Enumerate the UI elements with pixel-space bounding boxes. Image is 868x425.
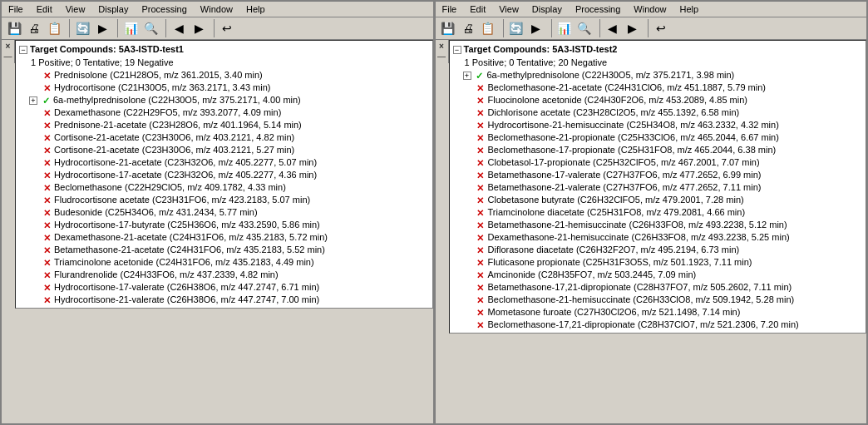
tool-copy-1[interactable]: 📋 [45, 19, 63, 37]
list-item[interactable]: ✕Fluocinolone acetonide (C24H30F2O6, m/z… [451, 94, 865, 106]
list-item[interactable]: +✓6a-methylprednisolone (C22H30O5, m/z 3… [451, 69, 865, 82]
side-minimize-2[interactable]: — [437, 52, 446, 62]
menu-window-1[interactable]: Window [197, 3, 236, 15]
list-item[interactable]: ✕Betamethasone-21-valerate (C27H37FO6, m… [451, 181, 865, 194]
list-item[interactable]: ✕Betamethasone-21-hemisuccinate (C26H33F… [451, 219, 865, 231]
list-item[interactable]: ✕Budesonide (C25H34O6, m/z 431.2434, 5.7… [17, 206, 431, 219]
list-item[interactable]: ✕Beclomethasone-17,21-dipropionate (C28H… [451, 319, 865, 331]
list-item[interactable]: ✕Hydrocortisone (C21H30O5, m/z 363.2171,… [17, 82, 431, 94]
menu-edit-1[interactable]: Edit [33, 3, 56, 15]
tool-refresh-2[interactable]: 🔄 [507, 19, 525, 37]
list-item[interactable]: ✕Fluticasone propionate (C25H31F3O5S, m/… [451, 256, 865, 269]
tree-summary-1: 1 Positive; 0 Tentative; 19 Negative [17, 57, 431, 69]
tool-zoom-2[interactable]: 🔍 [575, 19, 594, 37]
menu-view-2[interactable]: View [496, 3, 522, 15]
menu-processing-2[interactable]: Processing [572, 3, 624, 15]
x-icon: ✕ [475, 195, 486, 206]
tool-print-2[interactable]: 🖨 [459, 19, 477, 37]
list-item[interactable]: ✕Diflorasone diacetate (C26H32F2O7, m/z … [451, 244, 865, 256]
tool-chart-1[interactable]: 📊 [121, 19, 140, 37]
tool-copy-2[interactable]: 📋 [479, 19, 497, 37]
tool-arrow-1[interactable]: ▶ [93, 19, 111, 37]
list-item[interactable]: ✕Cortisone-21-acetate (C23H30O6, m/z 403… [17, 144, 431, 156]
toolbar-sep-1a [67, 19, 70, 37]
menu-processing-1[interactable]: Processing [138, 3, 190, 15]
list-item[interactable]: ✕Hydrocortisone-21-valerate (C26H38O6, m… [17, 294, 431, 306]
x-icon: ✕ [475, 107, 486, 119]
x-icon: ✕ [41, 107, 52, 119]
x-icon: ✕ [475, 132, 486, 144]
list-item[interactable]: ✕Hydrocortisone-21-hemisuccinate (C25H34… [451, 119, 865, 131]
list-item[interactable]: ✕Dichlorisone acetate (C23H28Cl2O5, m/z … [451, 106, 865, 119]
list-item[interactable]: ✕Beclomethasone (C22H29ClO5, m/z 409.178… [17, 181, 431, 194]
tool-right-2[interactable]: ▶ [624, 19, 642, 37]
list-item[interactable]: ✕Hydrocortisone-17-valerate (C26H38O6, m… [17, 281, 431, 294]
toolbar-sep-1b [115, 19, 118, 37]
tool-print-1[interactable]: 🖨 [25, 19, 43, 37]
tool-back-1[interactable]: ↩ [218, 19, 236, 37]
expand-icon[interactable]: + [29, 96, 37, 105]
list-item[interactable]: ✕Prednisone-21-acetate (C23H28O6, m/z 40… [17, 119, 431, 131]
tool-chart-2[interactable]: 📊 [555, 19, 574, 37]
list-item[interactable]: ✕Dexamethasone (C22H29FO5, m/z 393.2077,… [17, 106, 431, 119]
list-item[interactable]: ✕Beclomethasone-17-propionate (C25H31FO8… [451, 144, 865, 156]
list-item[interactable]: ✕Triamcinolone acetonide (C24H31FO6, m/z… [17, 256, 431, 269]
menu-bar-1: File Edit View Display Processing Window… [2, 2, 433, 17]
tool-zoom-1[interactable]: 🔍 [141, 19, 160, 37]
side-close-2[interactable]: × [439, 42, 444, 52]
list-item[interactable]: ✕Clobetasone butyrate (C26H32ClFO5, m/z … [451, 194, 865, 206]
list-item[interactable]: ✕Amcinonide (C28H35FO7, m/z 503.2445, 7.… [451, 269, 865, 281]
list-item[interactable]: ✕Betamethasone-17-valerate (C27H37FO6, m… [451, 169, 865, 181]
list-item[interactable]: ✕Beclomethasone-21-acetate (C24H31ClO6, … [451, 82, 865, 94]
tool-refresh-1[interactable]: 🔄 [73, 19, 91, 37]
menu-help-2[interactable]: Help [676, 3, 702, 15]
menu-file-2[interactable]: File [439, 3, 461, 15]
node-label: Hydrocortisone-21-acetate (C23H32O6, m/z… [54, 156, 317, 169]
list-item[interactable]: ✕Dexamethasone-21-acetate (C24H31FO6, m/… [17, 231, 431, 244]
collapse-root-1[interactable]: − [19, 46, 27, 54]
list-item[interactable]: ✕Betamethasone-17,21-dipropionate (C28H3… [451, 281, 865, 294]
menu-display-2[interactable]: Display [529, 3, 565, 15]
list-item[interactable]: +✓6a-methylprednisolone (C22H30O5, m/z 3… [17, 94, 431, 106]
tool-right-1[interactable]: ▶ [190, 19, 208, 37]
node-label: Dexamethasone-21-acetate (C24H31FO6, m/z… [54, 231, 328, 244]
x-icon: ✕ [41, 220, 52, 231]
side-close-1[interactable]: × [6, 42, 11, 52]
side-minimize-1[interactable]: — [4, 52, 12, 62]
list-item[interactable]: ✕Beclomethasone-21-propionate (C25H33ClO… [451, 131, 865, 144]
menu-display-1[interactable]: Display [95, 3, 131, 15]
x-icon: ✕ [475, 95, 486, 106]
tool-left-2[interactable]: ◀ [604, 19, 622, 37]
menu-help-1[interactable]: Help [243, 3, 269, 15]
tool-back-2[interactable]: ↩ [652, 19, 670, 37]
node-label: Betamethasone-21-valerate (C27H37FO6, m/… [488, 181, 762, 194]
list-item[interactable]: ✕Cortisone-21-acetate (C23H30O6, m/z 403… [17, 131, 431, 144]
list-item[interactable]: ✕Hydrocortisone-21-acetate (C23H32O6, m/… [17, 156, 431, 169]
list-item[interactable]: ✕Fludrocortisone acetate (C23H31FO6, m/z… [17, 194, 431, 206]
list-item[interactable]: ✕Prednisolone (C21H28O5, m/z 361.2015, 3… [17, 69, 431, 82]
list-item[interactable]: ✕Hydrocortisone-17-acetate (C23H32O6, m/… [17, 169, 431, 181]
list-item[interactable]: ✕Beclomethasone-21-hemisuccinate (C26H33… [451, 294, 865, 306]
list-item[interactable]: ✕Clobetasol-17-propionate (C25H32ClFO5, … [451, 156, 865, 169]
summary-label-2: 1 Positive; 0 Tentative; 20 Negative [465, 57, 608, 69]
list-item[interactable]: ✕Betamethasone-21-acetate (C24H31FO6, m/… [17, 244, 431, 256]
tool-save-1[interactable]: 💾 [5, 19, 23, 37]
list-item[interactable]: ✕Flurandrenolide (C24H33FO6, m/z 437.233… [17, 269, 431, 281]
list-item[interactable]: ✕Hydrocortisone-17-butyrate (C25H36O6, m… [17, 219, 431, 231]
tool-left-1[interactable]: ◀ [170, 19, 188, 37]
menu-window-2[interactable]: Window [630, 3, 669, 15]
tool-arrow-2[interactable]: ▶ [527, 19, 545, 37]
list-item[interactable]: ✕Mometasone furoate (C27H30Cl2O6, m/z 52… [451, 306, 865, 319]
list-item[interactable]: ✕Dexamethasone-21-hemisuccinate (C26H33F… [451, 231, 865, 244]
node-label: Beclomethasone-21-hemisuccinate (C26H33C… [488, 294, 795, 306]
x-icon: ✕ [475, 182, 486, 194]
collapse-root-2[interactable]: − [453, 46, 461, 54]
menu-view-1[interactable]: View [62, 3, 89, 15]
menu-edit-2[interactable]: Edit [466, 3, 489, 15]
list-item[interactable]: ✕Triamcinolone diacetate (C25H31FO8, m/z… [451, 206, 865, 219]
x-icon: ✕ [475, 157, 486, 169]
tool-save-2[interactable]: 💾 [439, 19, 457, 37]
expand-icon[interactable]: + [463, 72, 471, 80]
node-label: Prednisone-21-acetate (C23H28O6, m/z 401… [54, 119, 302, 131]
menu-file-1[interactable]: File [5, 3, 27, 15]
